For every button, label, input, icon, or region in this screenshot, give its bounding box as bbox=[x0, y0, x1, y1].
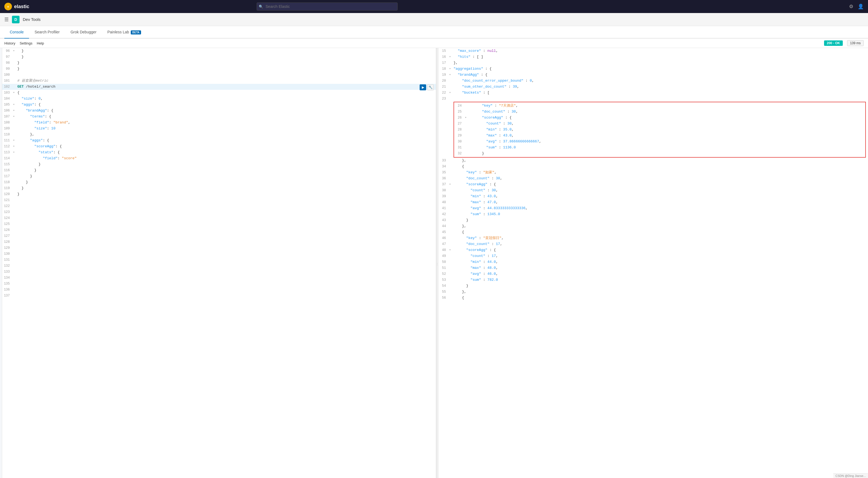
code-line: 124 bbox=[2, 215, 436, 221]
output-line: 47 "doc_count" : 17, bbox=[438, 241, 868, 247]
code-line: 117 } bbox=[2, 173, 436, 179]
code-line: 135 bbox=[2, 281, 436, 287]
output-line: 49 "count" : 17, bbox=[438, 253, 868, 259]
output-line: 53 "sum" : 782.0 bbox=[438, 277, 868, 283]
search-icon: 🔍 bbox=[259, 5, 263, 9]
output-line: 25 "doc_count" : 30, bbox=[454, 109, 865, 115]
output-line: 20 "doc_count_error_upper_bound" : 0, bbox=[438, 78, 868, 84]
code-line: 121 bbox=[2, 197, 436, 203]
app-title: Dev Tools bbox=[23, 17, 41, 22]
bottom-bar-text: CSDN @Ding Jianse... bbox=[835, 474, 866, 477]
tab-painless-lab[interactable]: Painless LabBETA bbox=[102, 26, 147, 38]
nav-icons: ⚙ 👤 bbox=[849, 3, 864, 9]
tabs-bar: Console Search Profiler Grok Debugger Pa… bbox=[0, 26, 868, 38]
code-line: 105 ▾ "aggs": { bbox=[2, 102, 436, 108]
output-line: 23 bbox=[438, 96, 868, 102]
output-panel[interactable]: 15 "max_score" : null, 16 ▾ "hits" : [ ]… bbox=[438, 48, 868, 478]
output-line: 33 }, bbox=[438, 158, 868, 163]
output-line: 32 } bbox=[454, 151, 865, 156]
code-line: 136 bbox=[2, 287, 436, 293]
code-line: 99 } bbox=[2, 66, 436, 72]
output-line: 45 { bbox=[438, 229, 868, 235]
action-buttons: ▶ 🔧 bbox=[420, 84, 434, 90]
code-line: 113 ▾ "stats": { bbox=[2, 149, 436, 155]
output-line: 31 "sum" : 1136.0 bbox=[454, 145, 865, 151]
code-line: 120 } bbox=[2, 191, 436, 197]
output-line: 29 "max" : 43.0, bbox=[454, 133, 865, 139]
toolbar-help[interactable]: Help bbox=[37, 41, 44, 45]
code-line: 100 bbox=[2, 72, 436, 78]
output-line: 37 ▾ "scoreAgg" : { bbox=[438, 181, 868, 187]
code-line: 125 bbox=[2, 221, 436, 227]
tab-search-profiler[interactable]: Search Profiler bbox=[29, 26, 65, 38]
red-highlight-box: 24 "key" : "7天酒店", 25 "doc_count" : 30, … bbox=[454, 102, 866, 158]
code-line: 133 bbox=[2, 269, 436, 275]
code-line: 97 } bbox=[2, 54, 436, 60]
toolbar-settings[interactable]: Settings bbox=[20, 41, 32, 45]
user-icon[interactable]: 👤 bbox=[858, 3, 864, 9]
bottom-status-bar: CSDN @Ding Jianse... bbox=[833, 473, 868, 478]
left-collapse bbox=[0, 48, 2, 478]
hamburger-icon[interactable]: ☰ bbox=[4, 17, 9, 23]
code-line: 110 }, bbox=[2, 131, 436, 138]
wrench-button[interactable]: 🔧 bbox=[427, 84, 434, 90]
code-line: 127 bbox=[2, 233, 436, 239]
toolbar-history[interactable]: History bbox=[4, 41, 15, 45]
code-line: 131 bbox=[2, 257, 436, 263]
run-button[interactable]: ▶ bbox=[420, 84, 426, 90]
code-line: 98 } bbox=[2, 60, 436, 66]
output-line: 52 "avg" : 46.0, bbox=[438, 271, 868, 277]
main-content: 96 ▾ } 97 } 98 } 99 } 100 bbox=[0, 48, 868, 478]
code-line: 130 bbox=[2, 251, 436, 257]
output-line: 48 ▾ "scoreAgg" : { bbox=[438, 247, 868, 253]
code-editor[interactable]: 96 ▾ } 97 } 98 } 99 } 100 bbox=[2, 48, 436, 478]
elastic-logo-text: elastic bbox=[14, 4, 29, 9]
code-line: 96 ▾ } bbox=[2, 48, 436, 54]
tab-console[interactable]: Console bbox=[4, 26, 29, 38]
code-line: 107 ▾ "terms": { bbox=[2, 114, 436, 120]
code-line-highlighted: 102 GET /hotel/_search ▶ 🔧 bbox=[2, 84, 436, 90]
settings-icon[interactable]: ⚙ bbox=[849, 3, 854, 9]
search-input[interactable] bbox=[257, 2, 398, 10]
code-line: 115 } bbox=[2, 161, 436, 168]
output-line: 54 } bbox=[438, 283, 868, 289]
app-bar: ☰ D Dev Tools bbox=[0, 13, 868, 26]
output-line: 18 ▾ "aggregations" : { bbox=[438, 66, 868, 72]
output-line: 36 "doc_count" : 30, bbox=[438, 176, 868, 181]
output-line: 22 ▾ "buckets" : [ bbox=[438, 90, 868, 96]
code-line: 129 bbox=[2, 245, 436, 251]
elastic-logo[interactable]: e elastic bbox=[4, 3, 29, 10]
output-line: 50 "min" : 44.0, bbox=[438, 259, 868, 265]
output-line: 55 }, bbox=[438, 289, 868, 295]
output-line: 42 "sum" : 1345.0 bbox=[438, 211, 868, 217]
output-line: 40 "max" : 47.0, bbox=[438, 200, 868, 205]
output-line: 44 }, bbox=[438, 223, 868, 229]
code-line: 112 ▾ "scoreAgg": { bbox=[2, 144, 436, 149]
output-line: 19 ▾ "brandAgg" : { bbox=[438, 72, 868, 78]
tab-grok-debugger[interactable]: Grok Debugger bbox=[65, 26, 102, 38]
beta-badge: BETA bbox=[131, 30, 141, 34]
output-line: 17 }, bbox=[438, 60, 868, 66]
code-line: 101 # 嵌套聚合metric bbox=[2, 78, 436, 84]
output-line: 21 "sum_other_doc_count" : 39, bbox=[438, 84, 868, 90]
code-line: 106 ▾ "brandAgg": { bbox=[2, 108, 436, 114]
output-line: 51 "max" : 48.0, bbox=[438, 265, 868, 271]
output-line: 30 "avg" : 37.86666666666667, bbox=[454, 139, 865, 145]
output-line: 46 "key" : "皇冠假日", bbox=[438, 235, 868, 241]
code-line: 126 bbox=[2, 227, 436, 233]
output-line: 15 "max_score" : null, bbox=[438, 48, 868, 54]
output-line: 28 "min" : 35.0, bbox=[454, 127, 865, 133]
code-line: 108 "field": "brand", bbox=[2, 120, 436, 126]
toolbar: History Settings Help 200 - OK 139 ms bbox=[0, 38, 868, 48]
app-icon: D bbox=[12, 16, 20, 23]
output-line: 38 "count" : 30, bbox=[438, 187, 868, 193]
search-bar-container: 🔍 bbox=[257, 2, 398, 10]
app-initial: D bbox=[14, 18, 17, 22]
code-line: 134 bbox=[2, 275, 436, 281]
output-line: 41 "avg" : 44.833333333333336, bbox=[438, 205, 868, 211]
output-line: 27 "count" : 30, bbox=[454, 121, 865, 127]
code-line: 123 bbox=[2, 209, 436, 215]
output-line: 24 "key" : "7天酒店", bbox=[454, 103, 865, 109]
panel-divider[interactable]: ⋮ bbox=[436, 48, 438, 478]
output-line: 16 ▾ "hits" : [ ] bbox=[438, 54, 868, 60]
